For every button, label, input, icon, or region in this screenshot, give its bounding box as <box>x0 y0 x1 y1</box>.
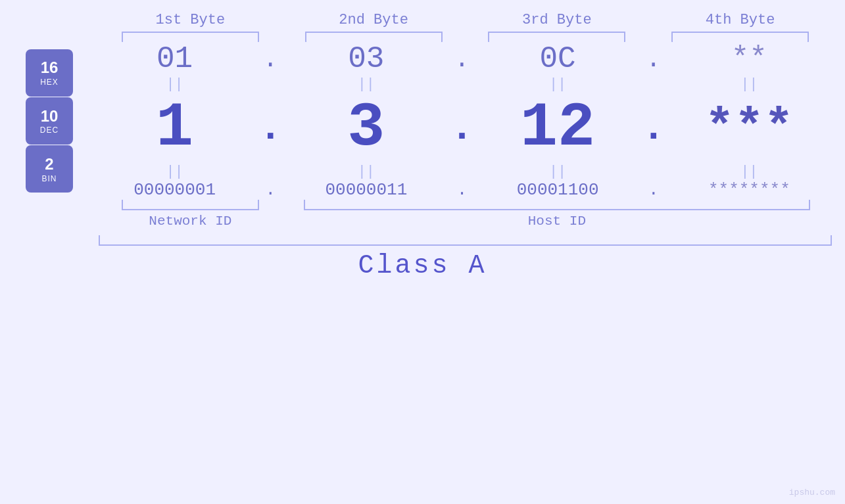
eq1-b1: || <box>92 76 257 93</box>
host-bracket <box>304 200 809 210</box>
eq2-b1-symbol: || <box>166 164 183 180</box>
dec-badge-label: DEC <box>40 126 59 135</box>
bin-dot2: . <box>457 180 468 200</box>
hex-sep2: . <box>449 45 475 74</box>
hex-sep3: . <box>640 45 667 74</box>
bracket-top-4 <box>648 32 832 42</box>
bin-sep2: . <box>449 180 475 200</box>
bracket-top-line-1 <box>122 32 259 42</box>
hex-badge-label: HEX <box>40 78 59 87</box>
hex-b3-cell: 0C <box>475 42 640 76</box>
hex-b4-value: ** <box>731 42 767 76</box>
bottom-labels: Network ID Host ID <box>99 214 832 229</box>
hex-badge-number: 16 <box>41 58 59 78</box>
bin-sep1: . <box>257 180 283 200</box>
eq2-b4: || <box>667 164 832 180</box>
hex-row: 01 . 03 . 0C . ** <box>92 42 832 76</box>
bracket-top-line-4 <box>671 32 809 42</box>
bin-dot1: . <box>265 180 276 200</box>
bracket-top-line-3 <box>488 32 625 42</box>
bin-b2-cell: 00000011 <box>283 180 448 200</box>
eq2-b2-symbol: || <box>358 164 375 180</box>
host-bracket-container <box>282 200 832 210</box>
bin-badge: 2 BIN <box>26 145 73 193</box>
bin-b3-value: 00001100 <box>517 180 599 200</box>
eq-row-2: || || || || <box>92 164 832 180</box>
class-label: Class A <box>358 251 487 281</box>
bin-b1-cell: 00000001 <box>92 180 257 200</box>
eq-row-1: || || || || <box>92 76 832 93</box>
dec-badge-number: 10 <box>41 107 59 126</box>
byte1-header: 1st Byte <box>99 12 282 28</box>
data-columns: 01 . 03 . 0C . ** <box>92 42 832 200</box>
badges-column: 16 HEX 10 DEC 2 BIN <box>7 42 92 200</box>
byte2-header: 2nd Byte <box>282 12 466 28</box>
dec-row: 1 . 3 . 12 . *** <box>92 93 832 164</box>
bracket-top-2 <box>282 32 466 42</box>
dec-b1-cell: 1 <box>92 93 257 164</box>
hex-b1-cell: 01 <box>92 42 257 76</box>
hex-b2-cell: 03 <box>283 42 448 76</box>
eq2-b1: || <box>92 164 257 180</box>
watermark: ipshu.com <box>789 488 835 497</box>
hex-b1-value: 01 <box>157 42 193 76</box>
bin-row: 00000001 . 00000011 . 00001100 . <box>92 180 832 200</box>
dec-sep1: . <box>257 106 283 150</box>
hex-sep1: . <box>257 45 283 74</box>
byte4-header: 4th Byte <box>648 12 832 28</box>
bin-dot3: . <box>648 180 659 200</box>
eq2-b2: || <box>283 164 448 180</box>
dec-badge: 10 DEC <box>26 97 73 145</box>
bin-badge-label: BIN <box>41 174 57 183</box>
bottom-brackets <box>99 200 832 210</box>
dec-b3-cell: 12 <box>475 93 640 164</box>
dec-b1-value: 1 <box>156 93 193 164</box>
bin-sep3: . <box>640 180 667 200</box>
bottom-area: Network ID Host ID <box>0 200 845 246</box>
byte3-header: 3rd Byte <box>466 12 649 28</box>
bin-badge-number: 2 <box>45 155 53 174</box>
eq1-b2: || <box>283 76 448 93</box>
bin-b4-cell: ******** <box>667 180 832 200</box>
hex-badge: 16 HEX <box>26 49 73 97</box>
class-area: Class A <box>0 251 845 284</box>
dec-dot2: . <box>450 106 473 150</box>
dec-b2-cell: 3 <box>283 93 448 164</box>
eq1-b4-symbol: || <box>740 76 758 93</box>
bin-b4-value: ******** <box>708 180 790 200</box>
bracket-top-1 <box>99 32 282 42</box>
top-brackets <box>0 32 845 42</box>
eq1-b2-symbol: || <box>358 76 375 93</box>
dec-b4-value: *** <box>705 101 794 156</box>
bin-b1-value: 00000001 <box>133 180 216 200</box>
eq2-b4-symbol: || <box>740 164 758 180</box>
dec-sep2: . <box>449 106 475 150</box>
bracket-top-line-2 <box>305 32 443 42</box>
table-area: 16 HEX 10 DEC 2 BIN 01 . <box>0 42 845 200</box>
eq2-b3: || <box>475 164 640 180</box>
hex-dot3: . <box>646 45 661 74</box>
dec-b3-value: 12 <box>520 93 595 164</box>
eq1-b1-symbol: || <box>166 76 183 93</box>
eq1-b3-symbol: || <box>549 76 566 93</box>
full-bottom-bracket <box>99 235 832 246</box>
dec-b2-value: 3 <box>347 93 385 164</box>
dec-dot3: . <box>642 106 665 150</box>
bin-b2-value: 00000011 <box>325 180 407 200</box>
hex-b3-value: 0C <box>540 42 576 76</box>
network-id-label: Network ID <box>99 214 282 229</box>
bracket-top-3 <box>466 32 649 42</box>
network-bracket <box>122 200 259 210</box>
hex-b2-value: 03 <box>348 42 384 76</box>
network-bracket-container <box>99 200 282 210</box>
dec-b4-cell: *** <box>667 101 832 156</box>
eq1-b4: || <box>667 76 832 93</box>
eq1-b3: || <box>475 76 640 93</box>
hex-dot2: . <box>454 45 470 74</box>
bin-b3-cell: 00001100 <box>475 180 640 200</box>
hex-b4-cell: ** <box>667 42 832 76</box>
dec-dot1: . <box>258 106 282 150</box>
dec-sep3: . <box>640 106 667 150</box>
hex-dot1: . <box>263 45 278 74</box>
main-layout: 1st Byte 2nd Byte 3rd Byte 4th Byte 16 H… <box>0 0 845 504</box>
